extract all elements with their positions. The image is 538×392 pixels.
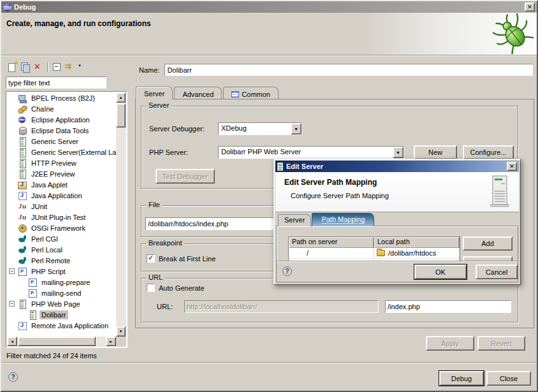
server-debugger-combobox[interactable]: XDebug ▼ xyxy=(218,122,302,135)
window-title: Debug xyxy=(14,3,36,11)
dialog-tab-path-mapping[interactable]: Path Mapping xyxy=(312,213,374,226)
configurations-panel: BPEL Process (B2J)ChaîneEclipse Applicat… xyxy=(5,59,129,359)
tab-server[interactable]: Server xyxy=(136,86,173,99)
scroll-down-icon[interactable]: ▼ xyxy=(116,326,126,337)
tree-item-perl-remote[interactable]: Perl Remote xyxy=(7,255,116,266)
dialog-close-icon[interactable]: ✕ xyxy=(507,162,517,171)
dialog-help-icon[interactable]: ? xyxy=(282,266,292,276)
php-script-icon xyxy=(27,288,38,298)
server-icon xyxy=(17,158,27,168)
expander-minus-icon[interactable]: − xyxy=(9,268,15,274)
tree-item-dolibarr[interactable]: Dolibarr xyxy=(7,309,116,320)
osgi-framework-icon xyxy=(17,223,27,233)
tree-item-http-preview[interactable]: HTTP Preview xyxy=(7,157,116,168)
tree-item-osgi-framework[interactable]: OSGi Framework xyxy=(7,222,116,233)
remote-java-icon xyxy=(17,321,27,331)
filter-field-wrap xyxy=(6,76,106,89)
toolbar-dropdown-arrow-icon[interactable] xyxy=(76,61,84,73)
eclipse-application-icon xyxy=(17,115,27,125)
tree-item-java-applet[interactable]: Java Applet xyxy=(7,179,116,190)
folder-icon xyxy=(377,250,385,256)
bpel-process-icon xyxy=(17,93,27,103)
window-titlebar[interactable]: Debug ✕ xyxy=(1,1,537,13)
debug-button[interactable]: Debug xyxy=(439,371,484,386)
help-icon[interactable]: ? xyxy=(8,372,18,382)
eclipse-data-tools-icon xyxy=(17,126,27,136)
auto-generate-checkbox[interactable] xyxy=(147,284,155,292)
php-server-value: Dolibarr PHP Web Server xyxy=(219,147,393,158)
tree-item-mailing-prepare[interactable]: mailing-prepare xyxy=(7,277,116,287)
tree-item-generic-server[interactable]: Generic Server xyxy=(7,136,116,147)
tab-common[interactable]: Common xyxy=(223,87,279,99)
combobox-arrow-icon[interactable]: ▼ xyxy=(393,147,404,158)
config-tabs: Server Advanced Common xyxy=(136,86,280,99)
apply-button[interactable]: Apply xyxy=(426,336,474,351)
scroll-up-icon[interactable]: ▲ xyxy=(116,92,126,103)
tree-item-php-script[interactable]: −PHP Script xyxy=(7,266,116,277)
url-base-field-wrap xyxy=(184,300,379,313)
server-icon xyxy=(17,136,27,147)
php-server-combobox[interactable]: Dolibarr PHP Web Server ▼ xyxy=(218,146,404,159)
tree-item-j2ee-preview[interactable]: J2EE Preview xyxy=(7,168,116,179)
scroll-left-icon[interactable]: ◄ xyxy=(7,337,17,346)
tree-item-perl-local[interactable]: Perl Local xyxy=(7,244,116,255)
name-label: Name: xyxy=(139,66,159,74)
tree-item-bpel-process-b2j[interactable]: BPEL Process (B2J) xyxy=(7,92,116,103)
url-path-input[interactable] xyxy=(386,301,511,312)
break-first-line-checkbox[interactable] xyxy=(147,254,155,263)
path-mapping-row[interactable]: //dolibarr/htdocs xyxy=(289,248,460,259)
tab-advanced[interactable]: Advanced xyxy=(174,87,222,99)
configure-server-button[interactable]: Configure... xyxy=(463,145,514,159)
config-tree: BPEL Process (B2J)ChaîneEclipse Applicat… xyxy=(7,92,116,337)
filter-input[interactable] xyxy=(6,77,106,88)
combobox-arrow-icon[interactable]: ▼ xyxy=(291,123,302,134)
chaine-icon xyxy=(17,104,27,114)
horizontal-scroll-thumb[interactable] xyxy=(18,337,96,346)
auto-generate-label: Auto Generate xyxy=(159,284,205,292)
tree-item-junit[interactable]: JUnit xyxy=(7,201,116,212)
filter-icon[interactable] xyxy=(64,61,76,73)
tree-item-cha-ne[interactable]: Chaîne xyxy=(7,103,116,114)
ok-button[interactable]: OK xyxy=(414,265,467,279)
delete-configuration-icon[interactable] xyxy=(32,61,45,73)
url-base-input[interactable] xyxy=(185,301,378,312)
cancel-button[interactable]: Cancel xyxy=(476,265,518,279)
add-mapping-button[interactable]: Add xyxy=(463,236,513,250)
debug-window: Debug ✕ Create, manage, and run configur… xyxy=(0,0,538,392)
java-application-icon xyxy=(17,191,27,201)
tree-item-generic-server-external-la[interactable]: Generic Server(External La xyxy=(7,147,116,157)
tree-item-perl-cgi[interactable]: Perl CGI xyxy=(7,233,116,244)
server-icon xyxy=(277,163,283,171)
revert-button[interactable]: Revert xyxy=(477,336,525,351)
tree-item-mailing-send[interactable]: mailing-send xyxy=(7,287,116,298)
vertical-scroll-thumb[interactable] xyxy=(116,103,126,127)
tree-item-php-web-page[interactable]: −PHP Web Page xyxy=(7,298,116,309)
tree-vertical-scrollbar[interactable]: ▲ ▼ xyxy=(116,92,126,337)
expander-minus-icon[interactable]: − xyxy=(9,301,15,307)
eclipse-logo-icon xyxy=(3,3,11,11)
column-header-local-path[interactable]: Local path xyxy=(374,237,460,248)
url-group-title: URL xyxy=(147,273,164,281)
duplicate-configuration-icon[interactable] xyxy=(19,61,32,73)
tree-item-eclipse-application[interactable]: Eclipse Application xyxy=(7,114,116,125)
dialog-tab-server[interactable]: Server xyxy=(278,214,311,226)
tree-item-eclipse-data-tools[interactable]: Eclipse Data Tools xyxy=(7,125,116,136)
tree-item-junit-plug-in-test[interactable]: JUnit Plug-in Test xyxy=(7,212,116,222)
new-configuration-icon[interactable] xyxy=(6,61,19,73)
dialog-titlebar[interactable]: Edit Server ✕ xyxy=(275,161,519,172)
tree-item-remote-java-application[interactable]: Remote Java Application xyxy=(7,320,116,331)
url-label: URL: xyxy=(157,303,173,310)
close-button[interactable]: Close xyxy=(486,371,531,386)
new-server-button[interactable]: New xyxy=(414,145,457,159)
tree-item-java-application[interactable]: Java Application xyxy=(7,190,116,201)
footer-separator xyxy=(1,362,537,363)
name-input[interactable] xyxy=(165,64,532,75)
filter-status: Filter matched 24 of 24 items xyxy=(6,352,97,359)
window-close-icon[interactable]: ✕ xyxy=(525,3,535,11)
collapse-all-icon[interactable] xyxy=(51,61,64,73)
break-first-line-label: Break at First Line xyxy=(159,255,215,263)
scroll-right-icon[interactable]: ► xyxy=(106,337,116,346)
column-header-path-on-server[interactable]: Path on server xyxy=(289,237,374,248)
test-debugger-button[interactable]: Test Debugger xyxy=(156,169,215,184)
tree-horizontal-scrollbar[interactable]: ◄ ► xyxy=(7,337,116,347)
